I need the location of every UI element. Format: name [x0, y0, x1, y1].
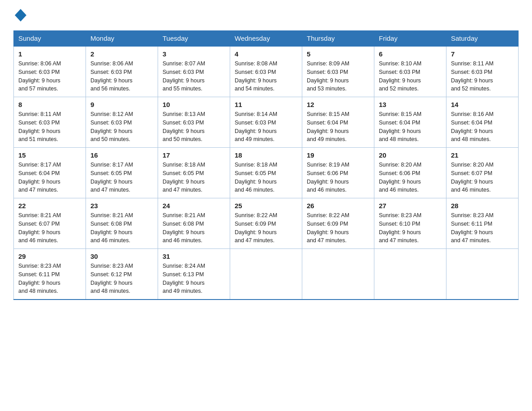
- day-info: Sunrise: 8:17 AM Sunset: 6:05 PM Dayligh…: [90, 161, 153, 194]
- calendar-cell: 15 Sunrise: 8:17 AM Sunset: 6:04 PM Dayl…: [14, 148, 86, 198]
- calendar-week-2: 8 Sunrise: 8:11 AM Sunset: 6:03 PM Dayli…: [14, 97, 519, 148]
- day-info: Sunrise: 8:11 AM Sunset: 6:03 PM Dayligh…: [18, 110, 81, 144]
- calendar-cell: 9 Sunrise: 8:12 AM Sunset: 6:03 PM Dayli…: [86, 97, 158, 148]
- day-number: 30: [90, 253, 153, 260]
- calendar-cell: 24 Sunrise: 8:21 AM Sunset: 6:08 PM Dayl…: [158, 198, 230, 249]
- weekday-friday: Friday: [374, 31, 446, 47]
- day-number: 18: [235, 151, 297, 159]
- day-number: 25: [235, 202, 297, 210]
- day-info: Sunrise: 8:12 AM Sunset: 6:03 PM Dayligh…: [90, 110, 153, 144]
- calendar-body: 1 Sunrise: 8:06 AM Sunset: 6:03 PM Dayli…: [14, 46, 519, 300]
- calendar-week-4: 22 Sunrise: 8:21 AM Sunset: 6:07 PM Dayl…: [14, 198, 519, 249]
- day-number: 27: [379, 202, 442, 210]
- calendar-cell: 20 Sunrise: 8:20 AM Sunset: 6:06 PM Dayl…: [374, 148, 446, 198]
- day-number: 31: [163, 253, 225, 260]
- calendar-cell: 11 Sunrise: 8:14 AM Sunset: 6:03 PM Dayl…: [230, 97, 302, 148]
- day-number: 26: [307, 202, 369, 210]
- calendar-cell: 19 Sunrise: 8:19 AM Sunset: 6:06 PM Dayl…: [302, 148, 374, 198]
- calendar-cell: 13 Sunrise: 8:15 AM Sunset: 6:04 PM Dayl…: [374, 97, 446, 148]
- calendar-cell: 7 Sunrise: 8:11 AM Sunset: 6:03 PM Dayli…: [446, 46, 519, 97]
- calendar-table: SundayMondayTuesdayWednesdayThursdayFrid…: [13, 30, 519, 300]
- day-info: Sunrise: 8:23 AM Sunset: 6:12 PM Dayligh…: [90, 262, 153, 295]
- page-header: [13, 9, 519, 21]
- day-info: Sunrise: 8:23 AM Sunset: 6:10 PM Dayligh…: [379, 211, 442, 245]
- day-number: 8: [18, 101, 81, 108]
- day-number: 2: [90, 50, 153, 58]
- day-number: 13: [379, 101, 442, 108]
- day-info: Sunrise: 8:07 AM Sunset: 6:03 PM Dayligh…: [163, 60, 225, 93]
- weekday-wednesday: Wednesday: [230, 31, 302, 47]
- day-number: 24: [163, 202, 225, 210]
- calendar-cell: 1 Sunrise: 8:06 AM Sunset: 6:03 PM Dayli…: [14, 46, 86, 97]
- day-info: Sunrise: 8:24 AM Sunset: 6:13 PM Dayligh…: [163, 262, 225, 295]
- calendar-cell: 12 Sunrise: 8:15 AM Sunset: 6:04 PM Dayl…: [302, 97, 374, 148]
- day-number: 11: [235, 101, 297, 108]
- day-number: 7: [451, 50, 514, 58]
- calendar-cell: 17 Sunrise: 8:18 AM Sunset: 6:05 PM Dayl…: [158, 148, 230, 198]
- weekday-saturday: Saturday: [446, 31, 519, 47]
- day-info: Sunrise: 8:13 AM Sunset: 6:03 PM Dayligh…: [163, 110, 225, 144]
- day-number: 17: [163, 151, 225, 159]
- day-info: Sunrise: 8:21 AM Sunset: 6:08 PM Dayligh…: [163, 211, 225, 245]
- day-info: Sunrise: 8:19 AM Sunset: 6:06 PM Dayligh…: [307, 161, 369, 194]
- calendar-cell: 6 Sunrise: 8:10 AM Sunset: 6:03 PM Dayli…: [374, 46, 446, 97]
- day-number: 29: [18, 253, 81, 260]
- weekday-thursday: Thursday: [302, 31, 374, 47]
- calendar-cell: 27 Sunrise: 8:23 AM Sunset: 6:10 PM Dayl…: [374, 198, 446, 249]
- day-info: Sunrise: 8:20 AM Sunset: 6:06 PM Dayligh…: [379, 161, 442, 194]
- calendar-cell: [446, 249, 519, 300]
- weekday-tuesday: Tuesday: [158, 31, 230, 47]
- calendar-cell: 4 Sunrise: 8:08 AM Sunset: 6:03 PM Dayli…: [230, 46, 302, 97]
- day-info: Sunrise: 8:20 AM Sunset: 6:07 PM Dayligh…: [451, 161, 514, 194]
- weekday-header-row: SundayMondayTuesdayWednesdayThursdayFrid…: [14, 31, 519, 47]
- calendar-week-3: 15 Sunrise: 8:17 AM Sunset: 6:04 PM Dayl…: [14, 148, 519, 198]
- day-number: 20: [379, 151, 442, 159]
- day-info: Sunrise: 8:21 AM Sunset: 6:07 PM Dayligh…: [18, 211, 81, 245]
- day-info: Sunrise: 8:16 AM Sunset: 6:04 PM Dayligh…: [451, 110, 514, 144]
- day-info: Sunrise: 8:21 AM Sunset: 6:08 PM Dayligh…: [90, 211, 153, 245]
- day-number: 14: [451, 101, 514, 108]
- day-number: 23: [90, 202, 153, 210]
- day-number: 19: [307, 151, 369, 159]
- calendar-cell: 29 Sunrise: 8:23 AM Sunset: 6:11 PM Dayl…: [14, 249, 86, 300]
- day-number: 22: [18, 202, 81, 210]
- day-info: Sunrise: 8:14 AM Sunset: 6:03 PM Dayligh…: [235, 110, 297, 144]
- calendar-week-1: 1 Sunrise: 8:06 AM Sunset: 6:03 PM Dayli…: [14, 46, 519, 97]
- calendar-cell: [302, 249, 374, 300]
- day-number: 5: [307, 50, 369, 58]
- day-info: Sunrise: 8:23 AM Sunset: 6:11 PM Dayligh…: [451, 211, 514, 245]
- calendar-cell: 31 Sunrise: 8:24 AM Sunset: 6:13 PM Dayl…: [158, 249, 230, 300]
- calendar-cell: 28 Sunrise: 8:23 AM Sunset: 6:11 PM Dayl…: [446, 198, 519, 249]
- day-number: 16: [90, 151, 153, 159]
- calendar-cell: 5 Sunrise: 8:09 AM Sunset: 6:03 PM Dayli…: [302, 46, 374, 97]
- calendar-cell: 10 Sunrise: 8:13 AM Sunset: 6:03 PM Dayl…: [158, 97, 230, 148]
- day-info: Sunrise: 8:11 AM Sunset: 6:03 PM Dayligh…: [451, 60, 514, 93]
- day-number: 4: [235, 50, 297, 58]
- day-number: 6: [379, 50, 442, 58]
- day-info: Sunrise: 8:10 AM Sunset: 6:03 PM Dayligh…: [379, 60, 442, 93]
- calendar-cell: 21 Sunrise: 8:20 AM Sunset: 6:07 PM Dayl…: [446, 148, 519, 198]
- day-info: Sunrise: 8:06 AM Sunset: 6:03 PM Dayligh…: [18, 60, 81, 93]
- day-info: Sunrise: 8:18 AM Sunset: 6:05 PM Dayligh…: [163, 161, 225, 194]
- day-number: 15: [18, 151, 81, 159]
- day-number: 3: [163, 50, 225, 58]
- day-info: Sunrise: 8:15 AM Sunset: 6:04 PM Dayligh…: [307, 110, 369, 144]
- day-number: 10: [163, 101, 225, 108]
- calendar-week-5: 29 Sunrise: 8:23 AM Sunset: 6:11 PM Dayl…: [14, 249, 519, 300]
- day-info: Sunrise: 8:09 AM Sunset: 6:03 PM Dayligh…: [307, 60, 369, 93]
- calendar-cell: 14 Sunrise: 8:16 AM Sunset: 6:04 PM Dayl…: [446, 97, 519, 148]
- day-info: Sunrise: 8:23 AM Sunset: 6:11 PM Dayligh…: [18, 262, 81, 295]
- weekday-monday: Monday: [86, 31, 158, 47]
- calendar-cell: [374, 249, 446, 300]
- day-number: 9: [90, 101, 153, 108]
- day-info: Sunrise: 8:15 AM Sunset: 6:04 PM Dayligh…: [379, 110, 442, 144]
- day-info: Sunrise: 8:22 AM Sunset: 6:09 PM Dayligh…: [307, 211, 369, 245]
- day-number: 21: [451, 151, 514, 159]
- day-number: 28: [451, 202, 514, 210]
- calendar-cell: 18 Sunrise: 8:18 AM Sunset: 6:05 PM Dayl…: [230, 148, 302, 198]
- calendar-cell: 22 Sunrise: 8:21 AM Sunset: 6:07 PM Dayl…: [14, 198, 86, 249]
- calendar-cell: 2 Sunrise: 8:06 AM Sunset: 6:03 PM Dayli…: [86, 46, 158, 97]
- day-info: Sunrise: 8:08 AM Sunset: 6:03 PM Dayligh…: [235, 60, 297, 93]
- day-number: 1: [18, 50, 81, 58]
- weekday-sunday: Sunday: [14, 31, 86, 47]
